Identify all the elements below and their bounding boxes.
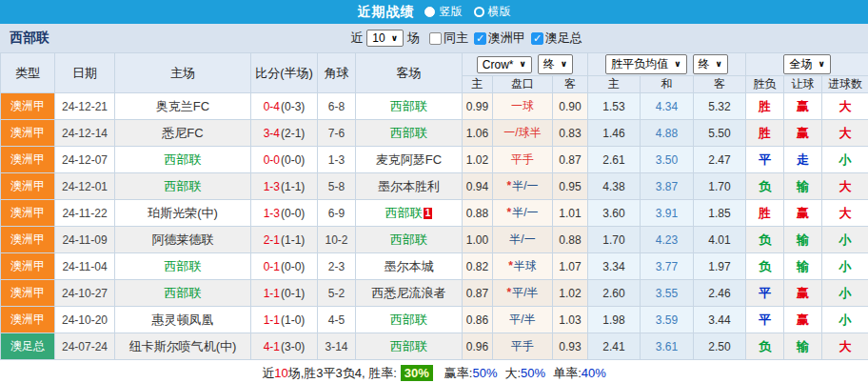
radio-unselected-icon[interactable]: [474, 7, 484, 17]
mean-away-odds: 2.47: [694, 147, 746, 173]
layout-option-1[interactable]: 横版: [474, 4, 511, 20]
home-team[interactable]: 悉尼FC: [162, 126, 203, 140]
match-date: 24-10-27: [55, 280, 115, 307]
footer-rate-label-2: 单率:: [553, 365, 582, 382]
handicap-text: 平手: [511, 152, 534, 166]
win-rate-badge: 30%: [401, 365, 433, 381]
score-cell: 1-3(1-1): [251, 173, 318, 200]
result-handicap-value: 走: [797, 152, 809, 167]
away-team-cell: 墨尔本胜利: [356, 173, 463, 200]
checkbox-1[interactable]: ✓: [474, 32, 486, 45]
match-date: 24-12-21: [55, 93, 115, 120]
col-header-league: 类型: [1, 53, 55, 93]
crow-away-odds: 0.93: [553, 333, 588, 360]
league-badge: 澳洲甲: [1, 173, 55, 200]
result-handicap-value: 赢: [797, 206, 809, 220]
match-row: 澳洲甲24-12-14悉尼FC3-4(2-1)7-6西部联1.06一/球半0.8…: [1, 120, 868, 147]
checkbox-label-2: 澳足总: [545, 30, 582, 47]
home-team[interactable]: 纽卡斯尔喷气机(中): [129, 339, 237, 353]
handicap-text: 平/半: [509, 312, 535, 326]
result-goals: 大: [822, 333, 868, 360]
match-date: 24-11-09: [55, 227, 115, 253]
home-team[interactable]: 惠灵顿凤凰: [152, 312, 214, 327]
mean-home-odds: 1.53: [588, 93, 641, 120]
subcol-goals: 进球数: [822, 76, 868, 93]
home-team[interactable]: 西部联: [165, 286, 202, 300]
crow-away-odds: 1.07: [553, 253, 588, 280]
result-wdl: 平: [746, 307, 784, 333]
result-goals: 小: [822, 307, 868, 333]
away-team[interactable]: 墨尔本胜利: [378, 179, 440, 193]
stats-footer: 近 10 场,胜3平3负4, 胜率: 30% 赢率:50%大:50%单率:40%: [0, 360, 868, 383]
checkbox-2[interactable]: ✓: [531, 32, 543, 45]
crow-away-odds: 0.87: [553, 147, 588, 173]
away-team[interactable]: 墨尔本城: [385, 259, 434, 273]
handicap-text: 半/一: [512, 206, 538, 219]
layout-option-0[interactable]: 竖版: [424, 4, 463, 20]
mean-away-odds: 1.97: [694, 253, 746, 280]
result-handicap-value: 赢: [797, 126, 809, 140]
home-team-cell: 西部联: [115, 147, 251, 173]
corners: 5-8: [318, 173, 356, 200]
halftime-score: (0-0): [281, 207, 305, 220]
radio-selected-icon[interactable]: [424, 7, 435, 17]
home-team[interactable]: 珀斯光荣(中): [148, 206, 218, 220]
chevron-down-icon: ∨: [818, 60, 824, 69]
crow-home-odds: 0.99: [463, 93, 493, 120]
crow-away-odds: 0.90: [553, 93, 588, 120]
mean-odds-group: 胜平负均值 ∨ 终 ∨: [588, 53, 746, 76]
halftime-score: (1-0): [281, 313, 305, 327]
result-goals: 大: [822, 120, 868, 147]
result-wdl-value: 负: [759, 259, 771, 273]
odds-time-select-2[interactable]: 终 ∨: [693, 54, 728, 74]
layout-option-label: 竖版: [440, 4, 463, 20]
crow-home-odds: 1.00: [463, 227, 493, 253]
away-team-cell: 西部联: [356, 227, 463, 253]
home-team[interactable]: 西部联: [165, 259, 202, 273]
score-cell: 0-1(0-0): [251, 253, 318, 280]
home-team[interactable]: 阿德莱德联: [152, 232, 214, 247]
mean-odds-select[interactable]: 胜平负均值 ∨: [605, 54, 686, 74]
star-icon: *: [506, 179, 511, 192]
league-badge: 澳洲甲: [1, 280, 55, 307]
results-table: 类型 日期 主场 比分(半场) 角球 客场 Crow* ∨ 终 ∨: [0, 52, 868, 360]
results-table-body: 澳洲甲24-12-21奥克兰FC0-4(0-3)6-8西部联0.99一球0.90…: [1, 93, 868, 360]
result-handicap: 赢: [784, 120, 822, 147]
home-team[interactable]: 西部联: [165, 179, 202, 193]
handicap-text: 一/球半: [503, 126, 541, 139]
mean-away-odds: 5.50: [694, 120, 746, 147]
away-team-cell: 西部联: [356, 120, 463, 147]
scope-value: 全场: [789, 56, 812, 72]
match-row: 澳洲甲24-11-04西部联0-1(0-0)2-3墨尔本城0.82*半球1.07…: [1, 253, 868, 280]
mean-odds-value: 胜平负均值: [611, 56, 668, 72]
away-team[interactable]: 西部联: [390, 126, 427, 140]
away-team[interactable]: 西部联: [390, 99, 427, 113]
away-team[interactable]: 西部联: [385, 206, 423, 220]
odds-company-select[interactable]: Crow* ∨: [477, 56, 532, 73]
recent-count-select[interactable]: 10 ∨: [366, 30, 404, 47]
fulltime-score: 1-3: [264, 207, 280, 220]
away-team[interactable]: 西悉尼流浪者: [372, 286, 446, 300]
score-cell: 1-1(0-1): [251, 280, 318, 307]
away-team[interactable]: 西部联: [390, 232, 427, 247]
mean-away-odds: 1.70: [694, 173, 746, 200]
footer-rate-value-2: 40%: [582, 366, 606, 380]
chevron-down-icon: ∨: [561, 60, 567, 69]
league-badge: 澳洲甲: [1, 200, 55, 227]
halftime-score: (0-0): [281, 153, 305, 167]
away-team[interactable]: 西部联: [390, 312, 427, 327]
home-team[interactable]: 奥克兰FC: [156, 99, 209, 113]
home-team[interactable]: 西部联: [165, 152, 202, 167]
subcol-crow-home: 主: [463, 76, 493, 93]
corners: 4-5: [318, 307, 356, 333]
fulltime-score: 1-1: [264, 313, 280, 327]
checkbox-0[interactable]: [429, 32, 442, 45]
away-team[interactable]: 麦克阿瑟FC: [376, 152, 442, 167]
scope-select[interactable]: 全场 ∨: [783, 54, 830, 74]
away-team[interactable]: 西部联: [390, 339, 427, 353]
odds-time-select-1[interactable]: 终 ∨: [538, 54, 573, 74]
fulltime-score: 4-1: [264, 340, 280, 353]
result-wdl: 胜: [746, 120, 784, 147]
match-date: 24-12-14: [55, 120, 115, 147]
mean-draw-odds: 3.61: [641, 333, 694, 360]
